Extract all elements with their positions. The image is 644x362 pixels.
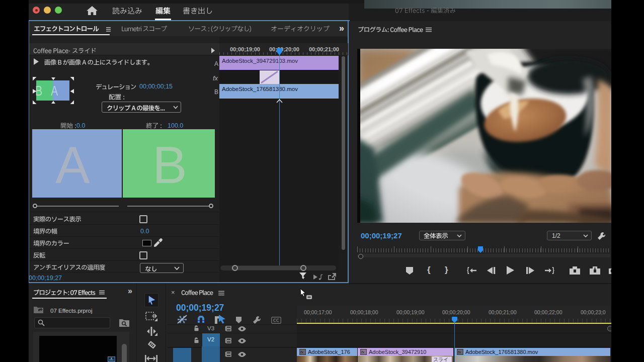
svg-text:fx: fx [300, 350, 304, 354]
svg-text:fx: fx [458, 350, 461, 354]
svg-text:fx: fx [361, 350, 365, 354]
